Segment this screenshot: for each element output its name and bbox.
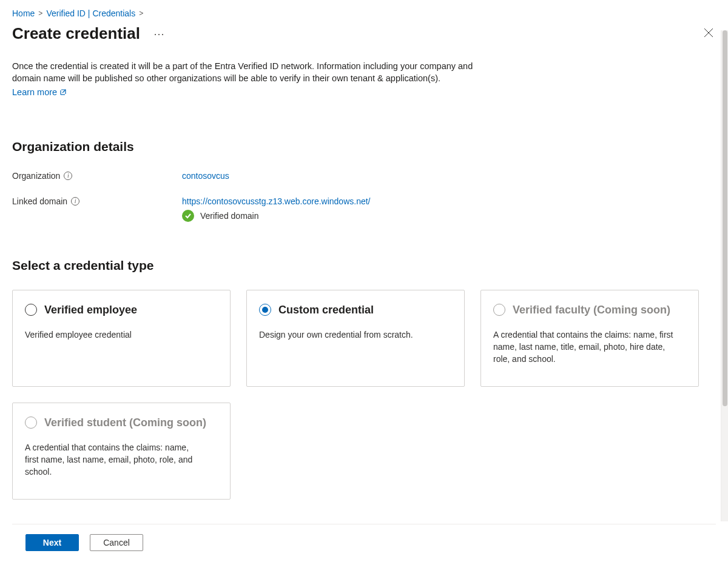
card-title: Custom credential	[278, 304, 374, 316]
learn-more-link[interactable]: Learn more	[12, 87, 67, 97]
linked-domain-label: Linked domain	[12, 196, 67, 206]
card-custom-credential[interactable]: Custom credential Design your own creden…	[246, 290, 465, 387]
card-desc: Design your own credential from scratch.	[259, 329, 441, 341]
info-icon[interactable]: i	[64, 172, 72, 180]
more-options-button[interactable]: ⋯	[150, 26, 169, 42]
verified-check-icon	[182, 210, 194, 222]
scrollbar-track[interactable]	[721, 30, 728, 521]
verified-domain-text: Verified domain	[200, 211, 259, 221]
card-desc: A credential that contains the claims: n…	[25, 441, 195, 478]
radio-verified-student	[25, 416, 37, 429]
radio-verified-employee[interactable]	[25, 304, 37, 316]
chevron-right-icon: >	[139, 9, 143, 18]
radio-custom-credential[interactable]	[259, 304, 271, 316]
chevron-right-icon: >	[38, 9, 42, 18]
select-type-heading: Select a credential type	[12, 258, 703, 273]
info-icon[interactable]: i	[71, 197, 79, 206]
card-verified-faculty: Verified faculty (Coming soon) A credent…	[480, 290, 699, 387]
credential-type-grid: Verified employee Verified employee cred…	[12, 290, 703, 500]
scrollbar-thumb[interactable]	[723, 30, 727, 406]
radio-verified-faculty	[493, 304, 505, 316]
intro-text: Once the credential is created it will b…	[12, 60, 479, 85]
next-button[interactable]: Next	[25, 534, 79, 551]
org-value-link[interactable]: contosovcus	[182, 171, 229, 181]
card-verified-student: Verified student (Coming soon) A credent…	[12, 403, 231, 500]
card-desc: Verified employee credential	[25, 329, 207, 341]
breadcrumb-home[interactable]: Home	[12, 8, 35, 18]
card-desc: A credential that contains the claims: n…	[493, 329, 675, 366]
org-label: Organization	[12, 171, 60, 181]
linked-domain-url[interactable]: https://contosovcusstg.z13.web.core.wind…	[182, 196, 371, 206]
card-title: Verified employee	[44, 304, 137, 316]
external-link-icon	[59, 89, 67, 96]
cancel-button[interactable]: Cancel	[90, 534, 143, 551]
close-button[interactable]	[701, 25, 716, 42]
org-details-heading: Organization details	[12, 139, 703, 154]
page-title: Create credential	[12, 24, 140, 43]
card-title: Verified faculty (Coming soon)	[513, 304, 670, 316]
learn-more-label: Learn more	[12, 87, 57, 97]
close-icon	[704, 28, 713, 38]
card-title: Verified student (Coming soon)	[44, 416, 206, 429]
footer-toolbar: Next Cancel	[12, 524, 716, 562]
card-verified-employee[interactable]: Verified employee Verified employee cred…	[12, 290, 231, 387]
breadcrumb: Home > Verified ID | Credentials >	[12, 8, 716, 18]
breadcrumb-verified-id[interactable]: Verified ID | Credentials	[46, 8, 135, 18]
